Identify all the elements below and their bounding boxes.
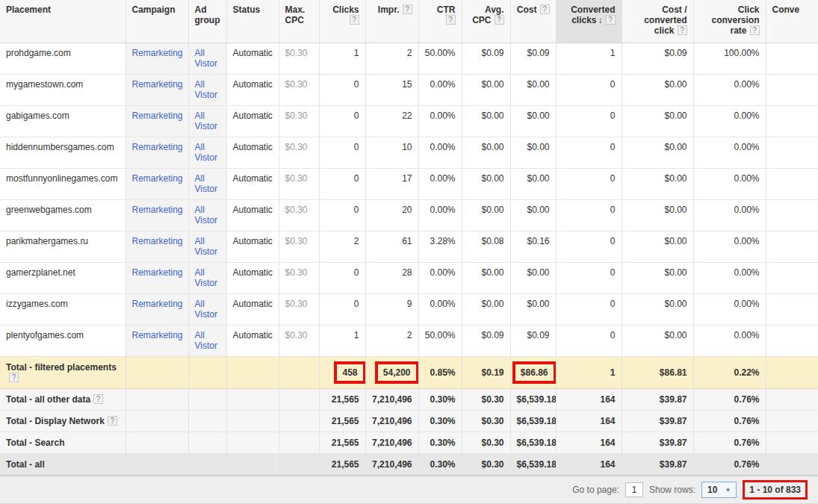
total-maxcpc-cell [279,410,319,432]
page-input[interactable] [625,482,643,497]
help-icon[interactable]: ? [108,416,117,426]
status-cell[interactable]: Automatic [226,262,279,293]
campaign-link[interactable]: Remarketing [132,330,183,340]
column-header-campaign[interactable]: Campaign [126,0,188,43]
status-cell[interactable]: Automatic [226,137,279,168]
total-avgcpc-cell: $0.19 [462,356,510,388]
help-icon[interactable]: ? [446,15,456,25]
total-avgcpc-cell: $0.30 [462,432,510,453]
status-cell[interactable]: Automatic [226,293,279,325]
campaign-link[interactable]: Remarketing [132,236,183,246]
campaign-link[interactable]: Remarketing [132,142,183,152]
adgroup-link[interactable]: All Vistor [195,299,217,320]
clickconvrate-cell: 0.00% [693,74,766,105]
maxcpc-cell[interactable]: $0.30 [279,74,319,105]
clicks-value: 1 [354,330,359,340]
column-header-costconv[interactable]: Cost / converted click? [622,0,693,43]
help-icon[interactable]: ? [403,4,412,14]
adgroup-link[interactable]: All Vistor [195,205,217,225]
ctr-cell: 3.28% [418,231,462,262]
maxcpc-cell[interactable]: $0.30 [279,293,319,325]
ctr-value: 0.00% [430,173,455,184]
maxcpc-cell[interactable]: $0.30 [279,137,319,168]
clickconvrate-value: 0.00% [734,267,759,278]
adgroup-link[interactable]: All Vistor [195,48,217,69]
campaign-cell: Remarketing [126,199,188,231]
adgroup-link[interactable]: All Vistor [195,79,217,100]
avgcpc-total-value: $0.30 [481,459,503,470]
adgroup-link[interactable]: All Vistor [195,267,217,288]
adgroup-link[interactable]: All Vistor [195,236,217,257]
column-header-clicks[interactable]: Clicks? [319,0,365,43]
maxcpc-cell[interactable]: $0.30 [279,262,319,293]
adgroup-link[interactable]: All Vistor [195,142,217,163]
campaign-link[interactable]: Remarketing [132,79,183,90]
campaign-link[interactable]: Remarketing [132,111,183,121]
total-campaign-cell [126,453,188,475]
column-header-cost[interactable]: Cost? [510,0,556,43]
show-rows-select[interactable]: 10 ▼ [701,482,737,498]
total-campaign-cell [126,356,188,388]
avgcpc-cell: $0.00 [462,74,510,105]
avgcpc-value: $0.00 [481,205,503,215]
maxcpc-cell[interactable]: $0.30 [279,231,319,262]
adgroup-cell: All Vistor [188,43,226,74]
adgroup-link[interactable]: All Vistor [195,173,217,194]
column-header-ctr[interactable]: CTR? [418,0,462,43]
status-cell[interactable]: Automatic [226,325,279,356]
column-header-status[interactable]: Status [226,0,279,43]
help-icon[interactable]: ? [678,25,687,35]
conversions-cell [766,262,818,293]
adgroup-link[interactable]: All Vistor [195,330,217,351]
avgcpc-total-value: $0.30 [481,416,503,426]
column-header-clickconvrate[interactable]: Click conversion rate? [693,0,766,43]
column-header-adgroup[interactable]: Ad group [188,0,226,43]
help-icon[interactable]: ? [495,15,504,25]
total-adgroup-cell [188,453,226,475]
table-row: greenwebgames.comRemarketingAll VistorAu… [0,199,818,231]
help-icon[interactable]: ? [606,15,616,25]
ctr-value: 0.00% [430,267,455,278]
campaign-link[interactable]: Remarketing [132,299,183,309]
column-header-maxcpc[interactable]: Max. CPC [279,0,319,43]
total-clickconvrate-cell: 0.76% [693,453,766,475]
total-convclicks-cell: 1 [556,356,622,388]
clickconvrate-value: 0.00% [734,79,759,90]
campaign-link[interactable]: Remarketing [132,173,183,184]
clicks-total-value: 21,565 [332,438,359,448]
campaign-link[interactable]: Remarketing [132,205,183,215]
max-cpc-value: $0.30 [285,330,308,340]
campaign-link[interactable]: Remarketing [132,48,183,58]
total-ctr-cell: 0.30% [418,410,462,432]
status-cell[interactable]: Automatic [226,74,279,105]
status-cell[interactable]: Automatic [226,43,279,74]
column-header-placement[interactable]: Placement [0,0,126,43]
status-cell[interactable]: Automatic [226,199,279,231]
status-cell[interactable]: Automatic [226,105,279,137]
help-icon[interactable]: ? [540,4,550,14]
column-header-convclicks[interactable]: Converted clicks↓? [556,0,622,43]
red-annotation-box: $86.86 [512,361,556,384]
column-header-avgcpc[interactable]: Avg. CPC? [462,0,510,43]
maxcpc-cell[interactable]: $0.30 [279,105,319,137]
placement-name: gabigames.com [6,111,69,121]
impr-cell: 61 [365,231,418,262]
maxcpc-cell[interactable]: $0.30 [279,168,319,199]
status-cell[interactable]: Automatic [226,168,279,199]
ctr-total-value: 0.30% [430,459,455,470]
help-icon[interactable]: ? [9,373,19,382]
help-icon[interactable]: ? [93,394,103,404]
maxcpc-cell[interactable]: $0.30 [279,43,319,74]
status-cell[interactable]: Automatic [226,231,279,262]
maxcpc-cell[interactable]: $0.30 [279,199,319,231]
column-header-impr[interactable]: Impr.? [365,0,418,43]
adgroup-link[interactable]: All Vistor [195,111,217,131]
help-icon[interactable]: ? [750,25,760,35]
placement-name: parikmahergames.ru [6,236,88,246]
cost-cell: $0.00 [510,137,556,168]
campaign-link[interactable]: Remarketing [132,267,183,278]
help-icon[interactable]: ? [350,15,359,25]
maxcpc-cell[interactable]: $0.30 [279,325,319,356]
total-adgroup-cell [188,388,226,410]
column-header-conversions[interactable]: Conve [766,0,818,43]
